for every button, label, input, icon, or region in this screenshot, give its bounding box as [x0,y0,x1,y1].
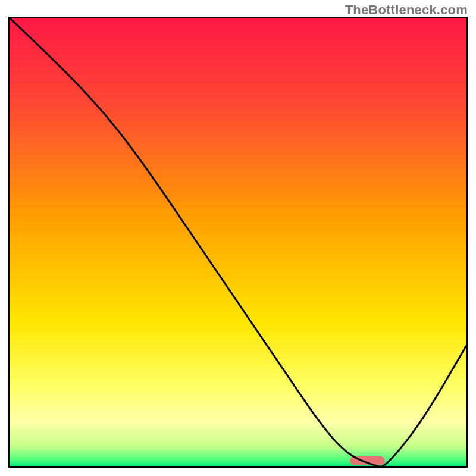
chart-svg [10,18,466,466]
watermark-text: TheBottleneck.com [345,2,468,18]
chart-container: TheBottleneck.com [0,0,476,476]
plot-area [8,17,468,468]
